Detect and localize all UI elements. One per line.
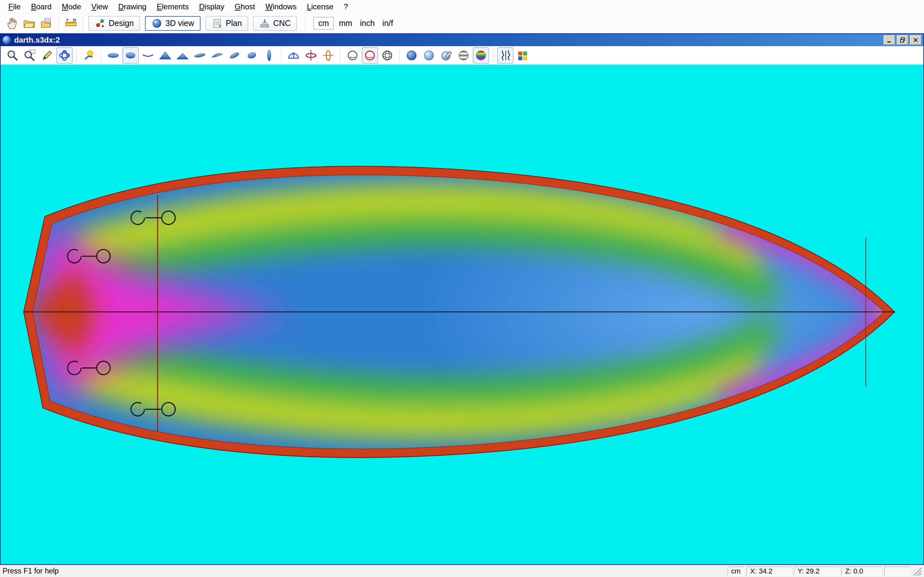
rotate-vertical-button[interactable] xyxy=(320,47,336,63)
menu-display[interactable]: Display xyxy=(194,1,230,13)
render-shaded-icon xyxy=(405,49,418,62)
render-bright-button[interactable] xyxy=(421,47,437,63)
design-button[interactable]: Design xyxy=(89,16,140,31)
slice-round-icon xyxy=(246,49,258,62)
zoom-window-button[interactable] xyxy=(22,47,38,63)
outline-ellipse-button[interactable] xyxy=(123,47,139,63)
slice-round-button[interactable] xyxy=(244,47,260,63)
board-child-window: darth.s3dx:2 xyxy=(0,33,924,565)
menu-license[interactable]: License xyxy=(302,1,339,13)
menu-help[interactable]: ? xyxy=(338,1,353,13)
slice-thin-icon xyxy=(194,49,206,62)
sphere-selected-button[interactable] xyxy=(362,47,378,63)
zoom-button[interactable] xyxy=(5,47,21,63)
sphere-outline-button[interactable] xyxy=(344,47,360,63)
status-y-coordinate: Y: 29.2 xyxy=(794,567,839,576)
unit-mm[interactable]: mm xyxy=(339,19,352,28)
toolbar-separator xyxy=(399,49,400,62)
rotate-3d-icon xyxy=(58,49,71,62)
shape3d-app: File Board Mode View Drawing Elements Di… xyxy=(0,0,924,577)
board-file-button[interactable] xyxy=(39,15,55,31)
restore-button[interactable] xyxy=(897,35,908,45)
slice-vertical-icon xyxy=(263,49,276,62)
status-help-text: Press F1 for help xyxy=(3,567,59,575)
status-coordinates: cm X: 34.2 Y: 29.2 Z: 0.0 xyxy=(725,567,921,576)
edit-pen-button[interactable] xyxy=(39,47,55,63)
status-extra-field xyxy=(884,567,910,576)
render-bright-icon xyxy=(423,49,435,62)
toolbar-separator xyxy=(340,49,341,62)
plan-icon xyxy=(212,18,223,29)
light-source-button[interactable] xyxy=(81,47,97,63)
unit-selector: cm mm inch in/f xyxy=(313,17,401,29)
board-3d-view[interactable] xyxy=(1,65,923,564)
menu-board[interactable]: Board xyxy=(26,1,57,13)
render-stripes-icon xyxy=(457,49,470,62)
close-icon xyxy=(912,37,919,44)
rotate-3d-button[interactable] xyxy=(57,47,73,63)
cnc-button[interactable]: CNC xyxy=(253,16,297,31)
curvature-profile-button[interactable] xyxy=(497,47,513,63)
render-curvature-button[interactable] xyxy=(473,47,489,63)
curvature-profile-icon xyxy=(499,49,512,62)
deck-view-icon xyxy=(176,49,189,62)
rocker-curve-button[interactable] xyxy=(140,47,156,63)
menu-windows[interactable]: Windows xyxy=(260,1,302,13)
outline-lens-icon xyxy=(107,49,120,62)
unit-inch[interactable]: inch xyxy=(360,19,375,28)
deck-view-button[interactable] xyxy=(174,47,191,63)
edit-pen-icon xyxy=(41,49,53,62)
slice-vertical-button[interactable] xyxy=(261,47,277,63)
child-window-title: darth.s3dx:2 xyxy=(14,35,60,45)
toolbar-separator xyxy=(281,49,282,62)
menu-file[interactable]: File xyxy=(3,1,26,13)
render-curvature-icon xyxy=(475,49,487,62)
window-controls xyxy=(884,35,921,45)
render-annotate-button[interactable] xyxy=(438,47,454,63)
slice-curved-icon xyxy=(211,49,224,62)
close-button[interactable] xyxy=(910,35,921,45)
select-hand-icon xyxy=(5,17,18,30)
wireframe-dome-icon xyxy=(287,49,300,62)
rotate-horizontal-button[interactable] xyxy=(303,47,319,63)
menu-drawing[interactable]: Drawing xyxy=(113,1,152,13)
render-annotate-icon xyxy=(440,49,453,62)
3d-view-button[interactable]: 3D view xyxy=(145,16,200,31)
measure-tool-button[interactable] xyxy=(63,15,79,31)
3d-view-icon xyxy=(152,18,162,29)
child-window-titlebar[interactable]: darth.s3dx:2 xyxy=(1,34,923,46)
status-x-coordinate: X: 34.2 xyxy=(746,567,792,576)
plan-button[interactable]: Plan xyxy=(206,16,248,31)
render-shaded-button[interactable] xyxy=(404,47,420,63)
render-stripes-button[interactable] xyxy=(456,47,472,63)
slice-tilted-icon xyxy=(228,49,241,62)
menu-mode[interactable]: Mode xyxy=(57,1,86,13)
outline-ellipse-icon xyxy=(124,49,137,62)
slice-thin-button[interactable] xyxy=(192,47,208,63)
measure-tool-icon xyxy=(65,17,78,30)
unit-cm[interactable]: cm xyxy=(313,17,334,29)
3d-view-button-label: 3D view xyxy=(166,19,194,28)
menu-ghost[interactable]: Ghost xyxy=(229,1,260,13)
menu-elements[interactable]: Elements xyxy=(152,1,194,13)
outline-lens-button[interactable] xyxy=(105,47,121,63)
open-board-button[interactable] xyxy=(21,15,37,31)
color-palette-icon xyxy=(516,49,529,62)
wireframe-sphere-button[interactable] xyxy=(379,47,395,63)
board-canvas[interactable] xyxy=(1,65,923,564)
color-palette-button[interactable] xyxy=(515,47,531,63)
menu-view[interactable]: View xyxy=(86,1,113,13)
sphere-outline-icon xyxy=(346,49,359,62)
bottom-view-button[interactable] xyxy=(157,47,173,63)
unit-inf[interactable]: in/f xyxy=(383,19,393,28)
cnc-icon xyxy=(259,18,270,29)
resize-grip[interactable] xyxy=(913,567,921,576)
minimize-button[interactable] xyxy=(884,35,895,45)
toolbar-separator xyxy=(83,17,83,30)
slice-tilted-button[interactable] xyxy=(226,47,242,63)
wireframe-dome-button[interactable] xyxy=(286,47,302,63)
select-hand-button[interactable] xyxy=(4,15,20,31)
rotate-vertical-icon xyxy=(322,49,334,62)
toolbar-separator xyxy=(305,17,306,30)
slice-curved-button[interactable] xyxy=(209,47,225,63)
